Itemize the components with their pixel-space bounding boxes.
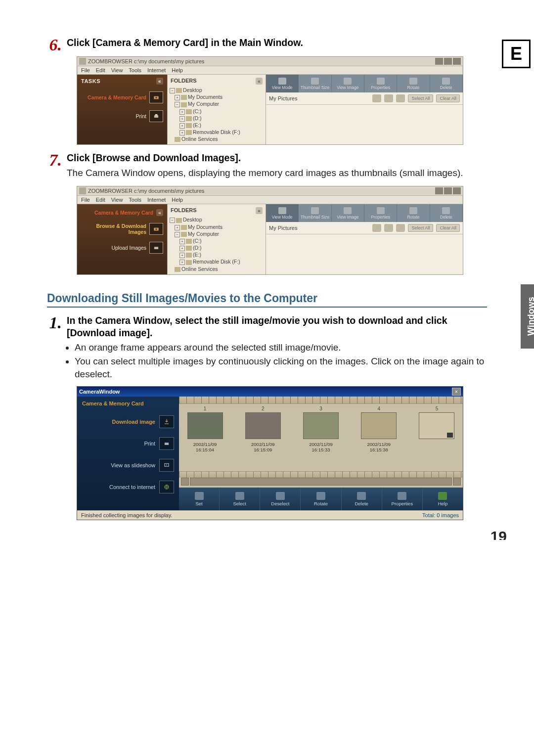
thumbnail-item[interactable]: 1 2002/11/0916:15:04	[183, 406, 227, 467]
zoom-out-icon[interactable]	[384, 224, 393, 232]
view-mode-button[interactable]: View Mode	[266, 204, 299, 222]
menu-bar: File Edit View Tools Internet Help	[77, 66, 463, 75]
menu-view[interactable]: View	[111, 197, 123, 203]
svg-rect-2	[154, 115, 158, 118]
close-button[interactable]: ×	[452, 388, 461, 396]
select-all-button[interactable]: Select All	[408, 94, 433, 102]
set-button[interactable]: Set	[179, 488, 220, 510]
menu-file[interactable]: File	[81, 197, 90, 203]
close-button[interactable]	[453, 58, 461, 65]
tasks-panel: Camera & Memory Card « Browse & Download…	[77, 204, 167, 274]
menu-bar: File Edit View Tools Internet Help	[77, 196, 463, 204]
up-level-icon[interactable]	[396, 224, 405, 232]
up-level-icon[interactable]	[396, 94, 405, 102]
rotate-button[interactable]: Rotate	[397, 204, 430, 222]
folders-collapse-icon[interactable]: «	[256, 207, 263, 214]
download-icon[interactable]	[159, 415, 174, 428]
deselect-button[interactable]: Deselect	[260, 488, 301, 510]
globe-icon[interactable]	[159, 481, 174, 493]
upload-icon[interactable]	[149, 242, 163, 254]
download-image-task[interactable]: Download image	[82, 419, 155, 425]
set-icon	[195, 492, 204, 500]
close-button[interactable]	[453, 187, 461, 194]
view-image-button[interactable]: View Image	[332, 204, 364, 222]
view-mode-button[interactable]: View Mode	[266, 75, 299, 92]
maximize-button[interactable]	[444, 187, 452, 194]
properties-button[interactable]: Properties	[364, 75, 397, 92]
app-icon	[79, 187, 86, 194]
folder-tree[interactable]: −Desktop +My Documents −My Computer +(C:…	[170, 216, 264, 272]
thumbnail-size-button[interactable]: Thumbnail Size	[299, 75, 331, 92]
menu-view[interactable]: View	[111, 67, 123, 73]
connect-internet-task[interactable]: Connect to internet	[82, 484, 155, 490]
menu-edit[interactable]: Edit	[96, 67, 105, 73]
scroll-right-button[interactable]	[453, 478, 461, 486]
delete-button[interactable]: Delete	[430, 204, 463, 222]
zoom-in-icon[interactable]	[372, 224, 381, 232]
scrollbar-track[interactable]	[190, 478, 452, 486]
print-icon[interactable]	[159, 437, 174, 450]
select-button[interactable]: Select	[220, 488, 260, 510]
timeline-ruler-bottom	[179, 471, 463, 478]
task-camera-memory-card[interactable]: Camera & Memory Card	[81, 210, 153, 216]
help-button[interactable]: Help	[423, 488, 463, 510]
minimize-button[interactable]	[435, 187, 443, 194]
print-task[interactable]: Print	[82, 441, 155, 446]
thumbnail-item[interactable]: 5	[415, 406, 459, 467]
svg-point-1	[155, 97, 157, 99]
task-browse-download[interactable]: Browse & Download Images	[81, 223, 146, 235]
delete-icon	[357, 492, 366, 500]
window-title: ZOOMBROWSER c:\my documents\my pictures	[88, 188, 434, 194]
folder-tree[interactable]: −Desktop +My Documents −My Computer +(C:…	[170, 87, 264, 142]
scroll-left-button[interactable]	[181, 478, 189, 486]
rotate-button[interactable]: Rotate	[301, 488, 341, 510]
maximize-button[interactable]	[444, 58, 452, 65]
camera-icon[interactable]	[149, 223, 163, 235]
task-back-icon[interactable]: «	[156, 209, 163, 216]
properties-button[interactable]: Properties	[364, 204, 397, 222]
menu-tools[interactable]: Tools	[129, 67, 141, 73]
page-number: 19	[490, 528, 507, 540]
task-upload-images[interactable]: Upload Images	[81, 245, 146, 251]
menu-file[interactable]: File	[81, 67, 90, 73]
thumbnail-item[interactable]: 4 2002/11/0916:15:38	[357, 406, 401, 467]
menu-tools[interactable]: Tools	[129, 197, 141, 203]
tasks-collapse-icon[interactable]: «	[156, 78, 163, 85]
menu-help[interactable]: Help	[172, 197, 183, 203]
menu-edit[interactable]: Edit	[96, 197, 105, 203]
step-number-1: 1.	[47, 314, 62, 331]
properties-icon	[398, 492, 406, 500]
thumbnail-item[interactable]: 3 2002/11/0916:15:33	[299, 406, 343, 467]
clear-all-button[interactable]: Clear All	[436, 94, 460, 102]
step-7-text: The Camera Window opens, displaying the …	[67, 167, 487, 179]
zoom-out-icon[interactable]	[384, 94, 393, 102]
menu-help[interactable]: Help	[172, 67, 183, 73]
step-7-heading: Click [Browse and Download Images].	[67, 152, 487, 164]
slideshow-icon[interactable]	[159, 459, 174, 472]
view-image-button[interactable]: View Image	[332, 75, 364, 92]
properties-button[interactable]: Properties	[382, 488, 423, 510]
folders-collapse-icon[interactable]: «	[256, 78, 263, 85]
camera-window: CameraWindow × Camera & Memory Card Down…	[77, 386, 463, 520]
thumbnail-size-button[interactable]: Thumbnail Size	[299, 204, 331, 222]
print-icon[interactable]	[149, 110, 163, 122]
minimize-button[interactable]	[435, 58, 443, 65]
svg-rect-6	[154, 247, 158, 250]
menu-internet[interactable]: Internet	[147, 67, 166, 73]
status-text: Finished collecting images for display.	[81, 512, 172, 518]
task-camera-memory-card[interactable]: Camera & Memory Card	[81, 94, 146, 100]
rotate-button[interactable]: Rotate	[397, 75, 430, 92]
delete-button[interactable]: Delete	[430, 75, 463, 92]
task-print[interactable]: Print	[81, 113, 146, 119]
select-all-button[interactable]: Select All	[408, 224, 433, 232]
thumbnail-item[interactable]: 2 2002/11/0916:15:09	[241, 406, 285, 467]
menu-internet[interactable]: Internet	[147, 197, 166, 203]
folders-heading: FOLDERS	[171, 78, 197, 85]
slideshow-task[interactable]: View as slideshow	[82, 462, 155, 468]
clear-all-button[interactable]: Clear All	[436, 224, 460, 232]
step-1-bullet-1: An orange frame appears around the selec…	[75, 341, 487, 354]
status-total: Total: 0 images	[422, 512, 459, 518]
camera-icon[interactable]	[149, 91, 163, 103]
zoom-in-icon[interactable]	[372, 94, 381, 102]
delete-button[interactable]: Delete	[342, 488, 382, 510]
